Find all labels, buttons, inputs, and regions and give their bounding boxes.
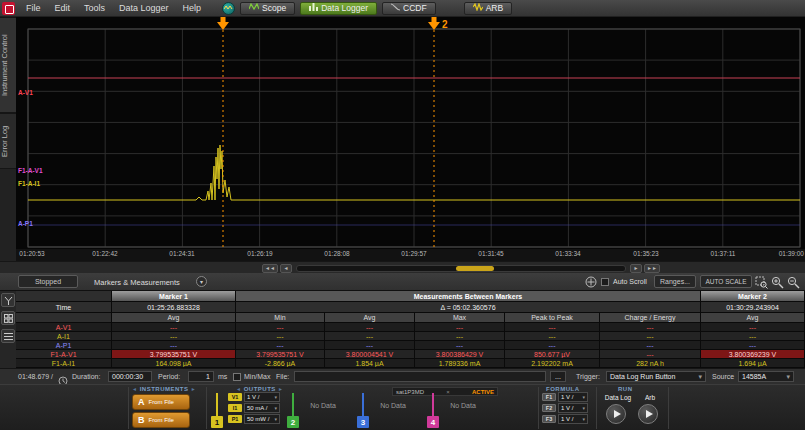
min-header: Min (236, 313, 325, 323)
channel1-number[interactable]: 1 (211, 416, 223, 428)
minmax-checkbox[interactable] (233, 373, 241, 381)
trigger-select[interactable]: Data Log Run Button ▾ (606, 371, 706, 382)
channel2-bar (292, 393, 294, 416)
instrument-b-id: B (138, 415, 145, 425)
time-axis: 01:20:53 01:22:42 01:24:31 01:26:19 01:2… (16, 249, 805, 261)
i1-scale-select[interactable]: 50 mA / ▾ (244, 403, 280, 413)
tab-arb[interactable]: ARB (464, 2, 512, 15)
marker1-header[interactable]: Marker 1 (112, 291, 236, 302)
sidebar-tab-error-log[interactable]: Error Log (0, 113, 16, 169)
divider (596, 387, 597, 429)
row-label-a-p1[interactable]: A-P1 (16, 341, 112, 350)
x-axis-label: 01:33:34 (546, 250, 590, 257)
pan-fit-icon[interactable] (584, 275, 598, 289)
arb-run-button[interactable] (638, 404, 658, 424)
collapse-left-icon[interactable]: ◄ (132, 386, 137, 392)
datalog-file-tab[interactable]: sat1P3MD × ACTIVE (392, 387, 498, 396)
scroll-back-button[interactable]: ◄ (280, 264, 292, 273)
cell: --- (325, 323, 415, 332)
tab-arb-label: ARB (486, 3, 503, 13)
cell: 3.800386429 V (415, 350, 505, 359)
tab-ccdf[interactable]: CCDF (382, 2, 436, 15)
f1-scale-select[interactable]: 1 V / ▾ (558, 392, 588, 402)
row-label-f1-a-i1[interactable]: F1-A-I1 (16, 359, 112, 368)
channel2-number[interactable]: 2 (287, 416, 299, 428)
split-view-icon[interactable] (1, 293, 15, 307)
f2-scale-select[interactable]: 1 V / ▾ (558, 403, 588, 413)
ranges-button[interactable]: Ranges... (654, 275, 696, 288)
scroll-ffwd-button[interactable]: ►► (644, 264, 660, 273)
row-label-f1-a-v1[interactable]: F1-A-V1 (16, 350, 112, 359)
channel4-no-data: No Data (440, 402, 486, 409)
instrument-b-button[interactable]: B From File (132, 412, 190, 428)
duration-label: Duration: (72, 373, 100, 380)
sidebar-tab-instrument-control[interactable]: Instrument Control (0, 17, 16, 113)
cell: --- (325, 332, 415, 341)
row-label-a-v1[interactable]: A-V1 (16, 323, 112, 332)
list-view-icon[interactable] (1, 329, 15, 343)
i1-scale-value: 50 mA / (247, 405, 267, 411)
formula-f3-row: F3 1 V / ▾ (542, 414, 588, 424)
markers-delta: Δ = 05:02.360576 (236, 302, 701, 313)
blank-cell (16, 313, 112, 323)
i1-chip: I1 (228, 404, 242, 412)
datalog-chart[interactable]: 2 A-V1 F1-A-V1 F1-A-I1 A-P1 (16, 17, 805, 250)
menu-tools[interactable]: Tools (77, 3, 112, 13)
p1-scale-value: 50 mW / (247, 416, 269, 422)
x-axis-label: 01:22:42 (83, 250, 127, 257)
cell: --- (325, 341, 415, 350)
menu-file[interactable]: File (19, 3, 48, 13)
menu-help[interactable]: Help (176, 3, 209, 13)
source-select[interactable]: 14585A ▾ (738, 371, 794, 382)
v1-scale-select[interactable]: 1 V / ▾ (244, 392, 280, 402)
scroll-rewind-button[interactable]: ◄◄ (262, 264, 278, 273)
cell: --- (112, 332, 236, 341)
tab-data-logger[interactable]: Data Logger (300, 2, 377, 15)
zoom-region-icon[interactable] (754, 275, 768, 289)
zoom-out-icon[interactable] (786, 275, 800, 289)
duration-value[interactable]: 000:00:30 (108, 371, 152, 382)
collapse-right-icon[interactable]: ► (191, 386, 196, 392)
p1-scale-select[interactable]: 50 mW / ▾ (244, 414, 280, 424)
minmax-label: Min/Max (244, 373, 270, 380)
cell: --- (415, 332, 505, 341)
arb-wave-icon (473, 3, 483, 13)
menu-data-logger[interactable]: Data Logger (112, 3, 176, 13)
close-icon[interactable]: × (446, 389, 450, 395)
browse-button[interactable]: ... (550, 371, 566, 382)
channel4-bar (432, 393, 434, 416)
measurements-dropdown-button[interactable]: ▾ (196, 276, 207, 287)
f1-scale-value: 1 V / (561, 394, 573, 400)
source-value: 14585A (742, 373, 766, 380)
marker2-header[interactable]: Marker 2 (701, 291, 805, 302)
cell: 850.677 µV (505, 350, 600, 359)
menu-edit[interactable]: Edit (48, 3, 78, 13)
x-axis-label: 01:24:31 (160, 250, 204, 257)
instrument-a-button[interactable]: A From File (132, 394, 190, 410)
f3-scale-select[interactable]: 1 V / ▾ (558, 414, 588, 424)
channel3-no-data: No Data (370, 402, 416, 409)
channel3-number[interactable]: 3 (357, 416, 369, 428)
period-input[interactable] (188, 371, 214, 382)
cell: --- (600, 350, 701, 359)
stopped-status-button[interactable]: Stopped (18, 275, 78, 288)
scroll-track[interactable] (296, 265, 626, 272)
file-input[interactable] (294, 371, 546, 382)
auto-scale-button[interactable]: AUTO SCALE (700, 275, 752, 288)
scroll-thumb[interactable] (456, 266, 494, 271)
avg-header: Avg (325, 313, 415, 323)
max-header: Max (415, 313, 505, 323)
scroll-forward-button[interactable]: ► (630, 264, 642, 273)
zoom-in-icon[interactable] (770, 275, 784, 289)
grid-view-icon[interactable] (1, 311, 15, 325)
cell: --- (600, 332, 701, 341)
row-label-a-i1[interactable]: A-I1 (16, 332, 112, 341)
tab-scope[interactable]: Scope (240, 2, 295, 15)
x-axis-label: 01:31:45 (469, 250, 513, 257)
cell: --- (505, 341, 600, 350)
channel4-number[interactable]: 4 (427, 416, 439, 428)
auto-scroll-checkbox[interactable] (601, 278, 609, 286)
measurements-table: Marker 1 Measurements Between Markers Ma… (16, 291, 805, 368)
datalog-run-button[interactable] (606, 404, 626, 424)
chevron-down-icon: ▾ (274, 405, 277, 411)
